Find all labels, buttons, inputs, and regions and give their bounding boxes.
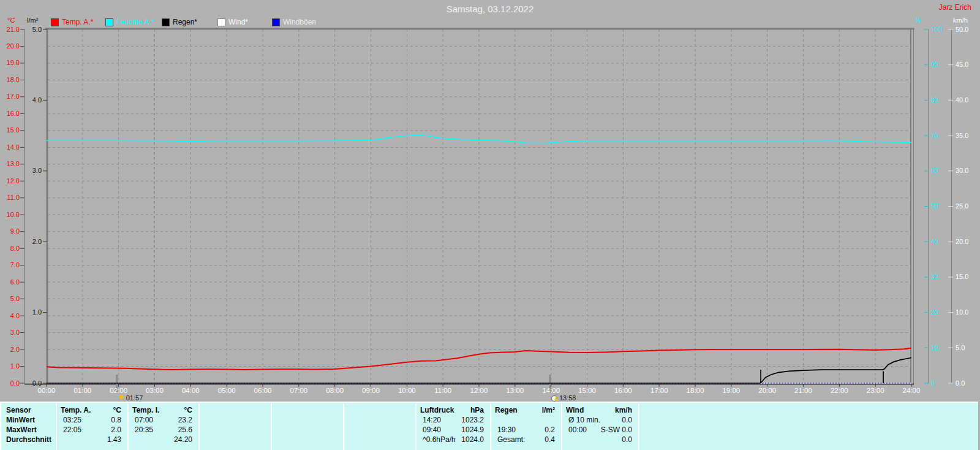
x-axis-tick-label: 12:00 (466, 387, 492, 394)
wind-axis-tick-label: 15.0 (956, 273, 968, 280)
table-column-separator (56, 403, 57, 450)
legend-label: Windböen (283, 18, 316, 26)
legend-item-2[interactable]: Feuchte A.* (105, 18, 154, 26)
temp-axis-tick-label: 4.0 (1, 313, 20, 319)
table-cell-value: S-SW 0.0 (566, 425, 632, 434)
rain-axis-tick-label: 3.0 (27, 167, 42, 174)
humidity-axis-tick-label: 70 (931, 132, 938, 139)
table-cell-value: 0.0 (566, 435, 632, 444)
table-column-unit: °C (61, 406, 121, 414)
table-cell-value: 0.2 (495, 425, 555, 434)
wind-axis-tick-label: 35.0 (956, 132, 968, 139)
x-axis-tick-label: 13:00 (502, 387, 529, 394)
table-cell-value: 1024.0 (420, 435, 484, 444)
x-axis-tick-label: 11:00 (429, 387, 456, 394)
x-axis-tick-label: 16:00 (609, 387, 636, 394)
table-column-unit: °C (132, 406, 192, 414)
legend-item-5[interactable]: Windböen (272, 18, 316, 26)
x-axis-tick-label: 04:00 (177, 387, 204, 394)
astro-time-marker: 01:57 (118, 394, 143, 402)
table-row-header: Sensor (6, 406, 54, 414)
table-cell-value: 1024.9 (420, 425, 484, 434)
legend-swatch-icon (51, 18, 59, 26)
wind-axis-tick-label: 10.0 (956, 309, 968, 316)
x-axis-tick-label: 23:00 (862, 387, 889, 394)
temp-axis-tick-label: 7.0 (1, 262, 20, 269)
temp-axis-tick-label: 0.0 (1, 380, 20, 387)
table-column-unit: l/m² (495, 406, 555, 414)
x-axis-tick-label: 01:00 (69, 387, 96, 394)
legend-label: Regen* (173, 18, 197, 26)
legend-item-3[interactable]: Regen* (162, 18, 197, 26)
temp-axis-tick-label: 13.0 (1, 161, 20, 167)
x-axis-tick-label: 24:00 (898, 387, 925, 394)
legend-item-4[interactable]: Wind* (217, 18, 248, 26)
legend-label: Wind* (228, 18, 248, 26)
statistics-table: SensorMinWertMaxWertDurchschnittTemp. A.… (0, 402, 978, 450)
humidity-axis-tick-label: 30 (931, 273, 938, 280)
wind-axis-tick-label: 25.0 (956, 203, 968, 210)
x-axis-tick-label: 05:00 (213, 387, 240, 394)
chart-plot-area (0, 0, 980, 450)
humidity-axis-tick-label: 60 (931, 167, 938, 174)
rain-axis-tick-label: 4.0 (27, 97, 42, 104)
x-axis-tick-label: 08:00 (322, 387, 349, 394)
x-axis-tick-label: 22:00 (826, 387, 853, 394)
table-cell-value: 24.20 (132, 435, 192, 444)
temp-axis-tick-label: 17.0 (1, 93, 20, 100)
temp-axis-tick-label: 15.0 (1, 127, 20, 134)
table-column-separator (638, 403, 639, 450)
temp-axis-tick-label: 5.0 (1, 296, 20, 302)
temp-axis-tick-label: 2.0 (1, 346, 20, 353)
table-cell-value: 0.4 (495, 435, 555, 444)
temp-axis-tick-label: 14.0 (1, 144, 20, 151)
table-cell-value: 0.0 (566, 416, 632, 424)
table-cell-value: 0.8 (61, 416, 121, 424)
weather-chart-window: Samstag, 03.12.2022 Jarz Erich °C l/m² %… (0, 0, 980, 450)
x-axis-tick-label: 20:00 (754, 387, 781, 394)
legend-swatch-icon (162, 18, 170, 26)
x-axis-tick-label: 18:00 (682, 387, 709, 394)
wind-axis-tick-label: 50.0 (956, 26, 968, 33)
x-axis-tick-label: 17:00 (646, 387, 673, 394)
legend-swatch-icon (217, 18, 225, 26)
table-column-unit: km/h (566, 406, 632, 414)
temp-axis-tick-label: 8.0 (1, 245, 20, 252)
table-row-header: MaxWert (6, 425, 54, 434)
legend-label: Temp. A.* (62, 18, 93, 26)
x-axis-tick-label: 00:00 (33, 387, 60, 394)
x-axis-tick-label: 10:00 (393, 387, 420, 394)
table-column-unit: hPa (420, 406, 484, 414)
legend-item-1[interactable]: Temp. A.* (51, 18, 93, 26)
table-column-separator (415, 403, 417, 450)
humidity-axis-tick-label: 10 (931, 345, 938, 351)
wind-axis-tick-label: 5.0 (956, 345, 965, 351)
moonrise-icon (551, 395, 558, 402)
humidity-axis-tick-label: 20 (931, 309, 938, 316)
wind-axis-tick-label: 30.0 (956, 167, 968, 174)
x-axis-tick-label: 06:00 (249, 387, 276, 394)
humidity-axis-tick-label: 100 (931, 26, 942, 33)
temp-axis-tick-label: 21.0 (1, 26, 20, 33)
rain-axis-tick-label: 0.0 (27, 380, 42, 387)
table-row-header: Durchschnitt (6, 435, 54, 444)
x-axis-tick-label: 07:00 (285, 387, 312, 394)
rain-axis-tick-label: 1.0 (27, 309, 42, 316)
moonset-icon (118, 395, 125, 402)
x-axis-tick-label: 19:00 (718, 387, 745, 394)
legend-swatch-icon (272, 18, 280, 26)
temp-axis-tick-label: 12.0 (1, 178, 20, 185)
table-cell-value: 1.43 (61, 435, 121, 444)
table-column-separator (343, 403, 344, 450)
temp-axis-tick-label: 18.0 (1, 77, 20, 83)
wind-axis-tick-label: 0.0 (956, 380, 965, 387)
marker-time-label: 01:57 (126, 394, 143, 402)
marker-time-label: 13:58 (559, 394, 576, 402)
x-axis-tick-label: 03:00 (141, 387, 168, 394)
x-axis-tick-label: 15:00 (574, 387, 601, 394)
humidity-axis-tick-label: 90 (931, 61, 938, 68)
rain-axis-tick-label: 2.0 (27, 238, 42, 245)
legend-swatch-icon (105, 18, 113, 26)
table-column-separator (561, 403, 562, 450)
astro-time-marker: 13:58 (551, 394, 576, 402)
